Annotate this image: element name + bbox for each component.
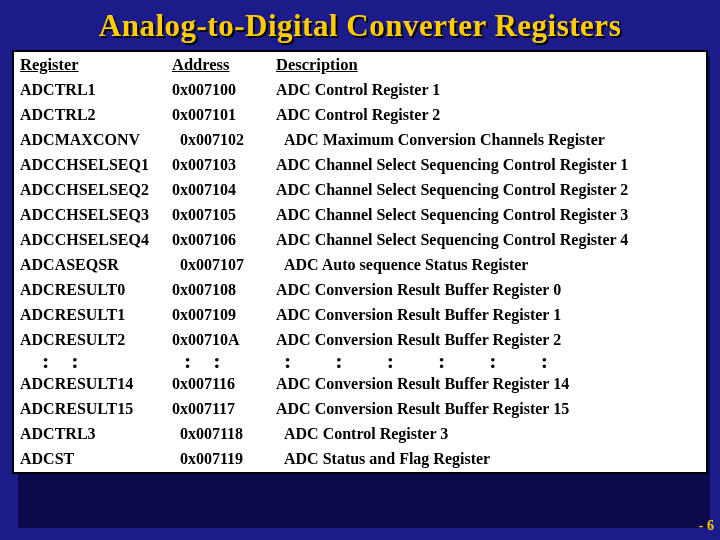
cell-description: ADC Auto sequence Status Register [270,253,706,278]
cell-address: 0x007106 [166,228,270,253]
cell-register: ADCCHSELSEQ1 [14,153,166,178]
cell-register: ADCCHSELSEQ3 [14,203,166,228]
table-row: ADCCHSELSEQ40x007106ADC Channel Select S… [14,228,706,253]
table-row: ADCMAXCONV0x007102ADC Maximum Conversion… [14,128,706,153]
header-address: Address [166,52,270,78]
cell-description: ADC Control Register 1 [270,78,706,103]
header-description: Description [270,52,706,78]
cell-register: ADCST [14,447,166,472]
cell-address: 0x007116 [166,372,270,397]
slide: Analog-to-Digital Converter Registers Re… [0,0,720,540]
cell-address: 0x007119 [166,447,270,472]
table-row: :::::::::: [14,353,706,372]
cell-register: ADCASEQSR [14,253,166,278]
cell-register: ADCTRL1 [14,78,166,103]
cell-address: 0x007118 [166,422,270,447]
cell-register: ADCTRL2 [14,103,166,128]
cell-address: 0x007101 [166,103,270,128]
cell-description: ADC Conversion Result Buffer Register 0 [270,278,706,303]
cell-description: ADC Channel Select Sequencing Control Re… [270,153,706,178]
cell-address: 0x007109 [166,303,270,328]
cell-address: 0x007103 [166,153,270,178]
ellipsis-cell: :: [14,353,166,372]
table-wrapper: Register Address Description ADCTRL10x00… [14,52,706,472]
page-number: - 6 [699,518,714,534]
table-row: ADCTRL20x007101ADC Control Register 2 [14,103,706,128]
cell-address: 0x007102 [166,128,270,153]
cell-description: ADC Conversion Result Buffer Register 15 [270,397,706,422]
table-header-row: Register Address Description [14,52,706,78]
header-register: Register [14,52,166,78]
table-row: ADCRESULT140x007116ADC Conversion Result… [14,372,706,397]
cell-address: 0x007104 [166,178,270,203]
table-row: ADCTRL10x007100ADC Control Register 1 [14,78,706,103]
cell-register: ADCRESULT15 [14,397,166,422]
table-row: ADCCHSELSEQ20x007104ADC Channel Select S… [14,178,706,203]
table-row: ADCST0x007119ADC Status and Flag Registe… [14,447,706,472]
table-row: ADCRESULT10x007109ADC Conversion Result … [14,303,706,328]
table-body: ADCTRL10x007100ADC Control Register 1ADC… [14,78,706,472]
ellipsis-cell: :: [166,353,270,372]
cell-address: 0x007100 [166,78,270,103]
cell-register: ADCCHSELSEQ2 [14,178,166,203]
table-row: ADCTRL30x007118ADC Control Register 3 [14,422,706,447]
cell-register: ADCRESULT14 [14,372,166,397]
table-row: ADCASEQSR0x007107ADC Auto sequence Statu… [14,253,706,278]
cell-description: ADC Channel Select Sequencing Control Re… [270,178,706,203]
registers-table: Register Address Description ADCTRL10x00… [14,52,706,472]
cell-description: ADC Maximum Conversion Channels Register [270,128,706,153]
cell-description: ADC Control Register 2 [270,103,706,128]
cell-description: ADC Channel Select Sequencing Control Re… [270,203,706,228]
table-row: ADCCHSELSEQ30x007105ADC Channel Select S… [14,203,706,228]
cell-description: ADC Conversion Result Buffer Register 14 [270,372,706,397]
table-row: ADCRESULT00x007108ADC Conversion Result … [14,278,706,303]
ellipsis-cell: :::::: [270,353,706,372]
cell-address: 0x007117 [166,397,270,422]
cell-register: ADCCHSELSEQ4 [14,228,166,253]
cell-address: 0x007105 [166,203,270,228]
cell-description: ADC Channel Select Sequencing Control Re… [270,228,706,253]
cell-register: ADCMAXCONV [14,128,166,153]
table-row: ADCRESULT150x007117ADC Conversion Result… [14,397,706,422]
cell-description: ADC Conversion Result Buffer Register 1 [270,303,706,328]
cell-description: ADC Control Register 3 [270,422,706,447]
cell-description: ADC Status and Flag Register [270,447,706,472]
table-row: ADCCHSELSEQ10x007103ADC Channel Select S… [14,153,706,178]
cell-address: 0x007108 [166,278,270,303]
cell-address: 0x007107 [166,253,270,278]
cell-register: ADCRESULT0 [14,278,166,303]
slide-title: Analog-to-Digital Converter Registers [14,8,706,44]
cell-register: ADCTRL3 [14,422,166,447]
cell-register: ADCRESULT1 [14,303,166,328]
